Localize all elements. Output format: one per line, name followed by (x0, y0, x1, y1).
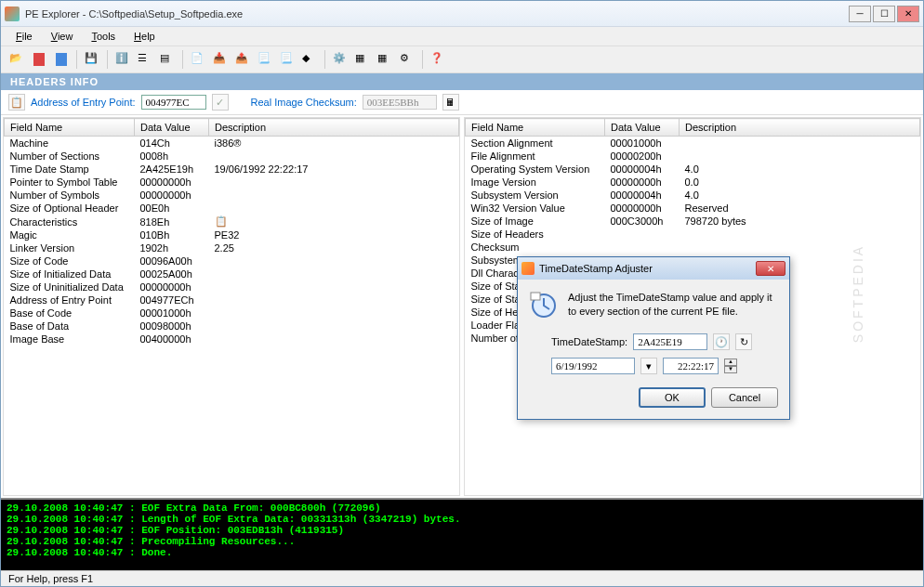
clock-icon (529, 291, 559, 320)
menu-file[interactable]: File (7, 29, 42, 44)
table-row[interactable]: Machine014Chi386® (5, 137, 459, 150)
tool-export[interactable]: 📤 (232, 49, 253, 70)
boxes2-icon: ▦ (377, 52, 392, 67)
menu-view[interactable]: View (42, 29, 83, 44)
table-row[interactable]: Number of Sections0008h (5, 150, 459, 163)
col-value[interactable]: Data Value (605, 119, 680, 137)
table-row[interactable]: Size of Optional Header00E0h (5, 202, 459, 215)
timedatestamp-input[interactable] (633, 333, 707, 350)
cell-value: 00000004h (605, 163, 680, 176)
date-input[interactable] (551, 358, 635, 374)
table-row[interactable]: Base of Code00001000h (5, 307, 459, 320)
entry-point-label[interactable]: Address of Entry Point: (31, 97, 136, 108)
cancel-button[interactable]: Cancel (711, 387, 778, 408)
cell-field: Address of Entry Point (5, 294, 135, 307)
tool-list2[interactable]: ▤ (157, 49, 178, 70)
cell-desc (680, 137, 920, 150)
cell-field: Magic (5, 228, 135, 241)
console-line: 29.10.2008 10:40:47 : EOF Position: 003E… (7, 525, 917, 536)
table-row[interactable]: Size of Uninitialized Data00000000h (5, 280, 459, 294)
table-row[interactable]: Magic010BhPE32 (5, 228, 459, 241)
tool-3[interactable] (51, 49, 72, 70)
table-row[interactable]: Size of Initialized Data00025A00h (5, 267, 459, 280)
tool-2[interactable] (29, 49, 49, 70)
cell-value: 1902h (135, 241, 209, 254)
minimize-button[interactable]: ─ (849, 6, 871, 22)
tool-copy[interactable]: 📄 (188, 49, 208, 70)
table-row[interactable]: Image Base00400000h (5, 333, 459, 346)
doc2-icon: 📃 (280, 52, 295, 67)
ok-button[interactable]: OK (639, 387, 706, 408)
cell-field: Image Base (5, 333, 135, 346)
tool-colors[interactable]: ◆ (299, 49, 320, 70)
help-button[interactable]: ❓ (428, 49, 448, 70)
maximize-button[interactable]: ☐ (873, 6, 895, 22)
menu-tools[interactable]: Tools (82, 29, 125, 44)
table-row[interactable]: Pointer to Symbol Table00000000h (5, 176, 459, 189)
col-field[interactable]: Field Name (5, 119, 135, 137)
cell-field: Time Date Stamp (5, 163, 135, 176)
menu-help[interactable]: Help (125, 29, 165, 44)
tool-list[interactable]: ☰ (135, 49, 155, 70)
table-row[interactable]: Base of Data00098000h (5, 320, 459, 333)
time-input[interactable] (663, 358, 719, 374)
table-row[interactable]: Image Version00000000h0.0 (466, 176, 920, 189)
save-button[interactable]: 💾 (82, 49, 102, 70)
dialog-close-button[interactable]: ✕ (756, 261, 785, 276)
tool-doc1[interactable]: 📃 (255, 49, 275, 70)
console-line: 29.10.2008 10:40:47 : Done. (7, 547, 917, 558)
checksum-calc[interactable]: 🖩 (442, 94, 459, 111)
folder-open-icon: 📂 (9, 52, 24, 67)
close-button[interactable]: ✕ (897, 6, 919, 22)
table-row[interactable]: Operating System Version00000004h4.0 (466, 163, 920, 176)
table-row[interactable]: File Alignment00000200h (466, 150, 920, 163)
info-icon-btn[interactable]: 📋 (8, 94, 25, 111)
entry-point-check[interactable]: ✓ (212, 94, 229, 111)
table-row[interactable]: Time Date Stamp2A425E19h19/06/1992 22:22… (5, 163, 459, 176)
tool-doc2[interactable]: 📃 (277, 49, 297, 70)
col-desc[interactable]: Description (680, 119, 920, 137)
table-row[interactable]: Size of Image000C3000h798720 bytes (466, 215, 920, 228)
history-button[interactable]: ↻ (735, 333, 752, 350)
col-value[interactable]: Data Value (135, 119, 209, 137)
open-button[interactable]: 📂 (7, 49, 27, 70)
statusbar: For Help, press F1 (1, 570, 923, 586)
table-row[interactable]: Size of Headers (466, 228, 920, 241)
checksum-label[interactable]: Real Image Checksum: (251, 97, 357, 108)
time-up-button[interactable]: ▲ (724, 359, 737, 366)
cell-field: Operating System Version (466, 163, 605, 176)
date-picker-button[interactable]: ▾ (640, 358, 657, 374)
time-down-button[interactable]: ▼ (724, 366, 737, 373)
info-icon: ℹ️ (115, 52, 130, 67)
tool-import[interactable]: 📥 (210, 49, 231, 70)
tool-gear2[interactable]: ⚙ (397, 49, 417, 70)
cell-desc (209, 320, 459, 333)
list-icon: ☰ (138, 52, 152, 67)
tool-boxes2[interactable]: ▦ (375, 49, 395, 70)
col-desc[interactable]: Description (209, 119, 459, 137)
dialog-titlebar[interactable]: TimeDateStamp Adjuster ✕ (518, 257, 789, 280)
table-row[interactable]: Number of Symbols00000000h (5, 189, 459, 202)
doc-red-icon (33, 53, 45, 66)
table-row[interactable]: Subsystem Version00000004h4.0 (466, 189, 920, 202)
table-row[interactable]: Characteristics818Eh📋 (5, 215, 459, 228)
cell-value: 00096A00h (135, 254, 209, 267)
table-row[interactable]: Win32 Version Value00000000hReserved (466, 202, 920, 215)
tool-gear[interactable]: ⚙️ (330, 49, 350, 70)
cell-desc (209, 189, 459, 202)
table-row[interactable]: Size of Code00096A00h (5, 254, 459, 267)
entry-point-input[interactable] (141, 95, 206, 110)
cell-field: Win32 Version Value (466, 202, 605, 215)
table-row[interactable]: Linker Version1902h2.25 (5, 241, 459, 254)
cell-desc: i386® (209, 137, 459, 150)
clock-button[interactable]: 🕐 (713, 333, 730, 350)
tool-info[interactable]: ℹ️ (112, 49, 133, 70)
tool-boxes[interactable]: ▦ (352, 49, 373, 70)
cell-desc: 📋 (209, 215, 459, 228)
copy-icon: 📄 (191, 52, 205, 67)
table-row[interactable]: Checksum (466, 241, 920, 254)
app-icon (5, 7, 20, 21)
col-field[interactable]: Field Name (466, 119, 605, 137)
table-row[interactable]: Address of Entry Point004977ECh (5, 294, 459, 307)
table-row[interactable]: Section Alignment00001000h (466, 137, 920, 150)
